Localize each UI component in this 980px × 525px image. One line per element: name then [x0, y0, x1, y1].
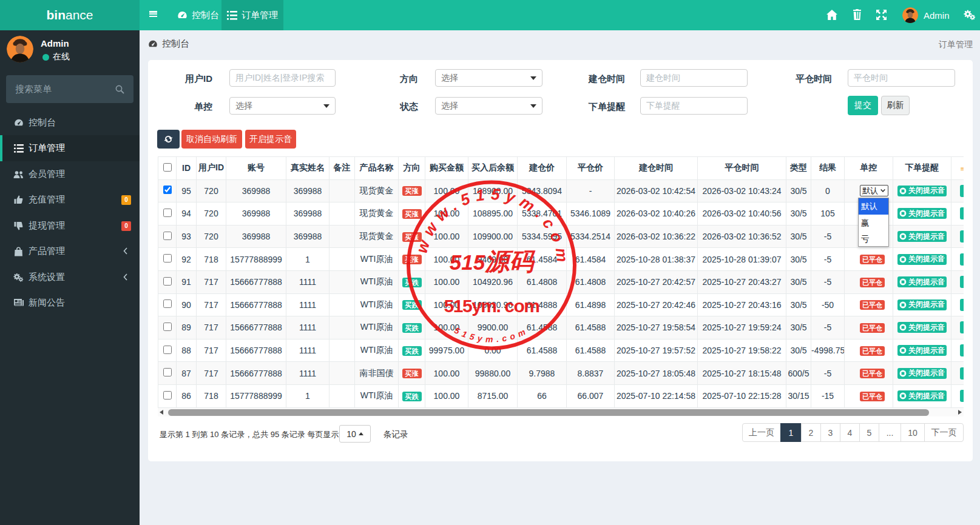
svg-text:515ym. com: 515ym. com: [444, 296, 539, 316]
svg-text:515源码: 515源码: [450, 248, 536, 275]
svg-text:515ym.com: 515ym.com: [453, 326, 530, 344]
